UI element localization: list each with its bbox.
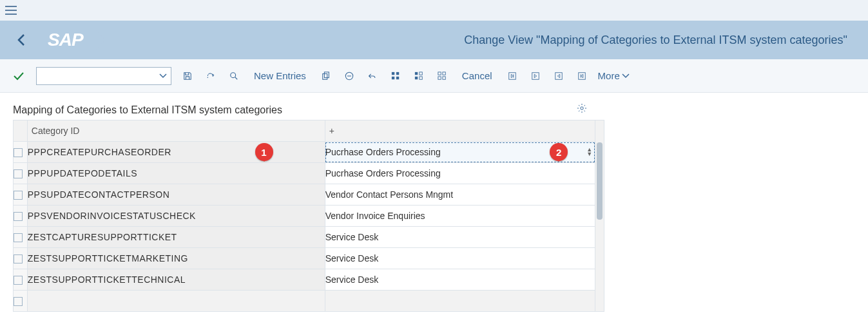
table-row-empty bbox=[14, 291, 595, 312]
category-id-cell[interactable]: PPPUPDATEPODETAILS bbox=[27, 163, 325, 184]
nav-last-icon[interactable] bbox=[575, 68, 589, 84]
category-id-cell[interactable]: ZESTSUPPORTTICKETMARKETING bbox=[27, 248, 325, 269]
svg-point-1 bbox=[231, 72, 236, 77]
mapped-value-cell[interactable]: Vendor Invoice Enquiries bbox=[325, 206, 595, 227]
row-selector[interactable] bbox=[14, 184, 28, 206]
svg-point-0 bbox=[207, 77, 209, 78]
mapping-table: Category ID + PPPCREATEPURCHASEORDER1Puc… bbox=[13, 120, 595, 312]
menu-icon[interactable] bbox=[5, 6, 17, 15]
category-id-cell[interactable]: ZESTCAPTURESUPPORTTICKET bbox=[27, 227, 325, 248]
table-row: PPPCREATEPURCHASEORDER1Pucrhase Orders P… bbox=[14, 142, 595, 163]
select-block-icon[interactable] bbox=[412, 68, 426, 84]
new-entries-button[interactable]: New Entries bbox=[250, 68, 310, 84]
svg-rect-8 bbox=[396, 76, 399, 79]
undo-change-icon[interactable] bbox=[204, 69, 218, 83]
copy-icon[interactable] bbox=[319, 68, 333, 84]
svg-rect-15 bbox=[438, 76, 441, 79]
svg-rect-19 bbox=[555, 72, 562, 79]
row-selector[interactable] bbox=[14, 227, 28, 248]
checkbox[interactable] bbox=[14, 297, 23, 306]
mapped-value-cell[interactable]: Service Desk bbox=[325, 269, 595, 291]
svg-rect-3 bbox=[324, 72, 329, 77]
checkbox[interactable] bbox=[14, 212, 23, 221]
delete-icon[interactable] bbox=[342, 68, 356, 84]
table-row: ZESTSUPPORTTICKETMARKETINGService Desk bbox=[14, 248, 595, 269]
svg-rect-7 bbox=[392, 76, 394, 79]
svg-rect-20 bbox=[578, 72, 585, 79]
page-title: Change View "Mapping of Categories to Ex… bbox=[464, 34, 847, 47]
row-selector[interactable] bbox=[14, 163, 28, 184]
svg-rect-6 bbox=[396, 72, 399, 74]
chevron-down-icon bbox=[159, 73, 167, 79]
table-row: PPPUPDATEPODETAILSPucrhase Orders Proces… bbox=[14, 163, 595, 184]
more-button[interactable]: More bbox=[598, 70, 630, 81]
annotation-2: 2 bbox=[550, 143, 568, 161]
deselect-all-icon[interactable] bbox=[435, 68, 449, 84]
more-label: More bbox=[598, 70, 620, 81]
table-row: ZESTSUPPORTTICKETTECHNICALService Desk bbox=[14, 269, 595, 291]
row-selector[interactable] bbox=[14, 269, 28, 291]
svg-rect-16 bbox=[443, 76, 445, 79]
row-selector[interactable] bbox=[14, 206, 28, 227]
checkbox[interactable] bbox=[14, 254, 23, 263]
svg-rect-9 bbox=[415, 72, 418, 74]
col-category-id[interactable]: Category ID bbox=[27, 120, 325, 142]
svg-rect-10 bbox=[420, 72, 422, 74]
sap-logo: SAP bbox=[43, 28, 95, 51]
svg-rect-18 bbox=[532, 72, 539, 79]
checkbox[interactable] bbox=[14, 276, 23, 285]
mapped-value-cell[interactable]: Pucrhase Orders Processing▲▼2 bbox=[325, 142, 595, 163]
search-icon[interactable] bbox=[227, 68, 241, 84]
svg-rect-5 bbox=[392, 72, 394, 74]
value-stepper[interactable]: ▲▼ bbox=[586, 148, 592, 157]
nav-next-icon[interactable] bbox=[552, 68, 566, 84]
gear-icon[interactable] bbox=[577, 103, 587, 113]
scroll-thumb[interactable] bbox=[597, 142, 603, 220]
table-row: ZESTCAPTURESUPPORTTICKETService Desk bbox=[14, 227, 595, 248]
category-id-cell[interactable]: PPSUPDATECONTACTPERSON bbox=[27, 184, 325, 206]
mapped-value-cell[interactable]: Vendor Contact Persons Mngmt bbox=[325, 184, 595, 206]
checkbox[interactable] bbox=[14, 191, 23, 200]
mapped-value-cell[interactable]: Service Desk bbox=[325, 227, 595, 248]
save-icon[interactable] bbox=[180, 68, 195, 84]
svg-rect-11 bbox=[415, 76, 418, 79]
table-row: PPSUPDATECONTACTPERSONVendor Contact Per… bbox=[14, 184, 595, 206]
nav-first-icon[interactable] bbox=[505, 68, 519, 84]
svg-rect-12 bbox=[420, 76, 422, 79]
table-row: PPSVENDORINVOICESTATUSCHECKVendor Invoic… bbox=[14, 206, 595, 227]
col-value[interactable]: + bbox=[325, 120, 595, 142]
mapped-value-cell[interactable]: Pucrhase Orders Processing bbox=[325, 163, 595, 184]
category-id-cell[interactable] bbox=[27, 291, 325, 312]
annotation-1: 1 bbox=[255, 143, 273, 161]
vertical-scrollbar[interactable] bbox=[595, 120, 604, 312]
cancel-button[interactable]: Cancel bbox=[458, 68, 496, 84]
mapped-value-cell[interactable] bbox=[325, 291, 595, 312]
undo-icon[interactable] bbox=[365, 69, 380, 83]
svg-rect-2 bbox=[323, 73, 327, 79]
select-all-icon[interactable] bbox=[389, 68, 403, 84]
checkbox[interactable] bbox=[14, 169, 23, 178]
checkbox[interactable] bbox=[14, 148, 23, 157]
select-all-header[interactable] bbox=[14, 120, 28, 142]
mapped-value-cell[interactable]: Service Desk bbox=[325, 248, 595, 269]
section-title: Mapping of Categories to External ITSM s… bbox=[13, 104, 282, 116]
svg-rect-14 bbox=[443, 72, 445, 74]
nav-prev-icon[interactable] bbox=[528, 68, 543, 84]
svg-rect-17 bbox=[508, 72, 516, 79]
row-selector[interactable] bbox=[14, 248, 28, 269]
svg-rect-13 bbox=[438, 72, 441, 74]
back-button[interactable] bbox=[13, 30, 30, 50]
accept-button[interactable] bbox=[10, 69, 27, 83]
command-dropdown[interactable] bbox=[36, 67, 171, 85]
checkbox[interactable] bbox=[14, 233, 23, 242]
category-id-cell[interactable]: PPSVENDORINVOICESTATUSCHECK bbox=[27, 206, 325, 227]
category-id-cell[interactable]: PPPCREATEPURCHASEORDER1 bbox=[27, 142, 325, 163]
svg-point-21 bbox=[581, 107, 583, 110]
row-selector[interactable] bbox=[14, 142, 28, 163]
row-selector[interactable] bbox=[14, 291, 28, 312]
category-id-cell[interactable]: ZESTSUPPORTTICKETTECHNICAL bbox=[27, 269, 325, 291]
